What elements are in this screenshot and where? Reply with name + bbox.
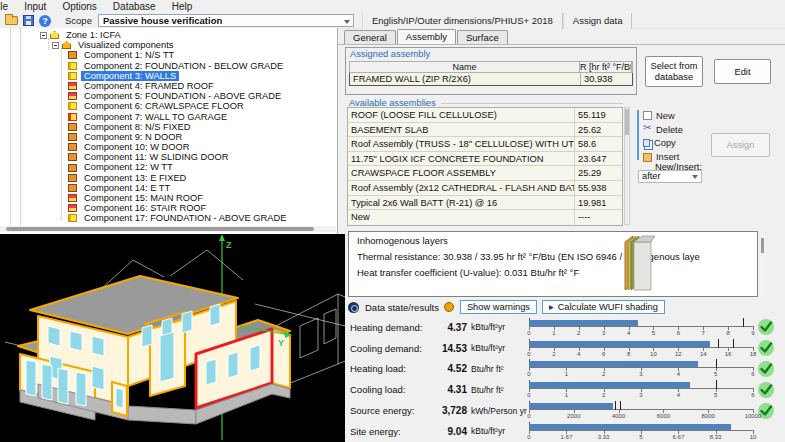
- result-unit: kBtu/ft²yr: [467, 426, 523, 436]
- collapse-expander[interactable]: [40, 32, 47, 39]
- menu-bar: FileInputOptionsDatabaseHelp: [0, 0, 785, 13]
- tree-item-component-11[interactable]: Component 11: W SLIDING DOOR: [0, 152, 337, 162]
- tree-item-component-13[interactable]: Component 13: E FIXED: [0, 173, 337, 183]
- gauge-tick-label: 0: [527, 371, 530, 377]
- assembly-name: CRAWSPACE FLOOR ASSEMBLY: [348, 166, 574, 180]
- save-icon[interactable]: [23, 15, 34, 26]
- component-tree-panel: Zone 1: ICFAVisualized componentsCompone…: [0, 28, 338, 234]
- tree-item-component-17[interactable]: Component 17: FOUNDATION - ABOVE GRADE: [0, 213, 337, 223]
- gauge-tick-label: 4: [677, 392, 680, 398]
- tree-item-label: Component 10: W DOOR: [81, 142, 192, 152]
- select-from-database-button[interactable]: Select from database: [645, 56, 703, 87]
- window-icon: [68, 123, 77, 131]
- pass-check-icon: [757, 381, 775, 399]
- gauge-limit-marker: [620, 401, 621, 410]
- calculate-wufi-shading-button[interactable]: Calculate WUFI shading: [542, 300, 665, 314]
- u-value-line: Heat transfer coefficient (U-value): 0.0…: [357, 267, 749, 278]
- tree-item-label: Zone 1: ICFA: [63, 30, 124, 40]
- tree-item-component-12[interactable]: Component 12: W TT: [0, 162, 337, 172]
- assembly-name: 11.75" LOGIX ICF CONCRETE FOUNDATION: [348, 152, 574, 166]
- menu-database[interactable]: Database: [105, 1, 164, 12]
- edit-button[interactable]: Edit: [714, 59, 771, 84]
- assembly-row[interactable]: BASEMENT SLAB25.62: [348, 123, 622, 138]
- action-accent-bar: [637, 110, 639, 160]
- tree-item-component-6[interactable]: Component 6: CRAWLSPACE FLOOR: [0, 101, 337, 111]
- gauge-tick-label: 12: [675, 351, 682, 357]
- assembly-row[interactable]: CRAWSPACE FLOOR ASSEMBLY25.29: [348, 166, 622, 181]
- tree-item-component-8[interactable]: Component 8: N/S FIXED: [0, 122, 337, 132]
- assigned-assembly-row[interactable]: FRAMED WALL (ZIP R/2X6) 30.938: [349, 73, 633, 86]
- result-gauge: 0200040006000800010000: [529, 401, 753, 420]
- new-button[interactable]: New: [643, 109, 683, 123]
- insert-position-dropdown[interactable]: after: [638, 170, 702, 183]
- result-value: 4.37: [429, 322, 467, 333]
- window-icon: [68, 133, 77, 141]
- help-icon[interactable]: [39, 15, 51, 27]
- tree-item-label: Component 17: FOUNDATION - ABOVE GRADE: [81, 213, 289, 223]
- menu-options[interactable]: Options: [54, 1, 104, 12]
- tree-item-component-16[interactable]: Component 16: STAIR ROOF: [0, 203, 337, 213]
- gauge-tick-label: 9: [751, 330, 754, 336]
- assembly-name: BASEMENT SLAB: [348, 123, 574, 137]
- tree-item-zone[interactable]: Zone 1: ICFA: [0, 30, 337, 40]
- tree-horizontal-scrollbar[interactable]: [0, 226, 336, 232]
- result-row: Cooling load:4.31Btu/hr ft²0123456: [345, 379, 785, 400]
- tree-item-label: Component 13: E FIXED: [81, 173, 189, 183]
- assembly-row[interactable]: Typical 2x6 Wall BATT (R-21) @ 1619.981: [348, 196, 622, 211]
- assembly-row[interactable]: Roof Assembly (TRUSS - 18" CELLULOSE) WI…: [348, 137, 622, 152]
- tree-item-component-7[interactable]: Component 7: WALL TO GARAGE: [0, 112, 337, 122]
- open-file-icon[interactable]: [5, 16, 18, 25]
- data-state-icon[interactable]: [348, 302, 359, 313]
- copy-button[interactable]: Copy: [643, 137, 683, 151]
- assembly-row[interactable]: ROOF (LOOSE FILL CELLULOSE)55.119: [348, 108, 622, 123]
- assign-button[interactable]: Assign: [711, 133, 770, 157]
- gauge-tick-label: 5: [714, 392, 717, 398]
- result-gauge: 0123456: [529, 380, 753, 399]
- result-row: Cooling demand:14.53kBtu/ft²yr0246810121…: [345, 338, 785, 359]
- assembly-row[interactable]: Roof Assembly (2x12 CATHEDRAL - FLASH AN…: [348, 181, 622, 196]
- tree-item-visualized-components[interactable]: Visualized components: [0, 40, 337, 50]
- menu-input[interactable]: Input: [16, 1, 54, 12]
- tree-item-label: Component 12: W TT: [81, 162, 176, 172]
- collapse-expander[interactable]: [52, 42, 59, 49]
- gauge-tick-label: 2: [552, 351, 555, 357]
- window-icon: [68, 164, 77, 172]
- assign-data-tab[interactable]: Assign data: [563, 13, 633, 29]
- tree-item-component-10[interactable]: Component 10: W DOOR: [0, 142, 337, 152]
- results-gauges: Heating demand:4.37kBtu/ft²yr0123456789C…: [345, 317, 785, 442]
- tree-item-component-9[interactable]: Component 9: N DOOR: [0, 132, 337, 142]
- gauge-tick-label: 18: [750, 351, 757, 357]
- gauge-tick-label: 14: [700, 351, 707, 357]
- menu-file[interactable]: File: [0, 1, 16, 12]
- tab-assembly[interactable]: Assembly: [397, 29, 456, 44]
- assembly-r-value: 58.6: [574, 137, 622, 151]
- 3d-model-viewport[interactable]: Z Y: [0, 234, 345, 442]
- tree-item-component-2[interactable]: Component 2: FOUNDATION - BELOW GRADE: [0, 61, 337, 71]
- assigned-assembly-groupbox: Assigned assembly Name R [hr ft² °F/Btu]…: [345, 47, 637, 95]
- building-3d-view: Z Y: [0, 234, 345, 442]
- units-mode-tab[interactable]: English/IP/Outer dimensions/PHIUS+ 2018: [362, 13, 563, 29]
- layers-panel-scrollbar[interactable]: [760, 233, 765, 295]
- scope-dropdown[interactable]: Passive house verification: [98, 14, 354, 27]
- group-icon: [62, 41, 71, 49]
- tree-item-label: Component 9: N DOOR: [81, 132, 185, 142]
- available-assemblies-scrollbar[interactable]: [624, 107, 630, 225]
- tree-item-component-1[interactable]: Component 1: N/S TT: [0, 50, 337, 60]
- assembly-row[interactable]: New----: [348, 210, 622, 225]
- delete-button[interactable]: Delete: [643, 123, 683, 137]
- tree-item-component-3[interactable]: Component 3: WALLS: [0, 71, 337, 81]
- tree-item-component-5[interactable]: Component 5: FOUNDATION - ABOVE GRADE: [0, 91, 337, 101]
- tree-item-component-4[interactable]: Component 4: FRAMED ROOF: [0, 81, 337, 91]
- assembly-row[interactable]: 11.75" LOGIX ICF CONCRETE FOUNDATION23.6…: [348, 152, 622, 167]
- tab-general[interactable]: General: [344, 30, 396, 44]
- column-header-name: Name: [350, 62, 580, 72]
- gauge-axis: [529, 409, 753, 410]
- tree-item-component-14[interactable]: Component 14: E TT: [0, 183, 337, 193]
- tree-item-component-15[interactable]: Component 15: MAIN ROOF: [0, 193, 337, 203]
- show-warnings-button[interactable]: Show warnings: [460, 300, 537, 314]
- menu-help[interactable]: Help: [164, 1, 201, 12]
- assembly-name: New: [348, 210, 574, 225]
- gauge-tick-label: 6: [677, 330, 680, 336]
- tab-surface[interactable]: Surface: [457, 30, 508, 44]
- gauge-tick-label: 8000: [702, 413, 715, 419]
